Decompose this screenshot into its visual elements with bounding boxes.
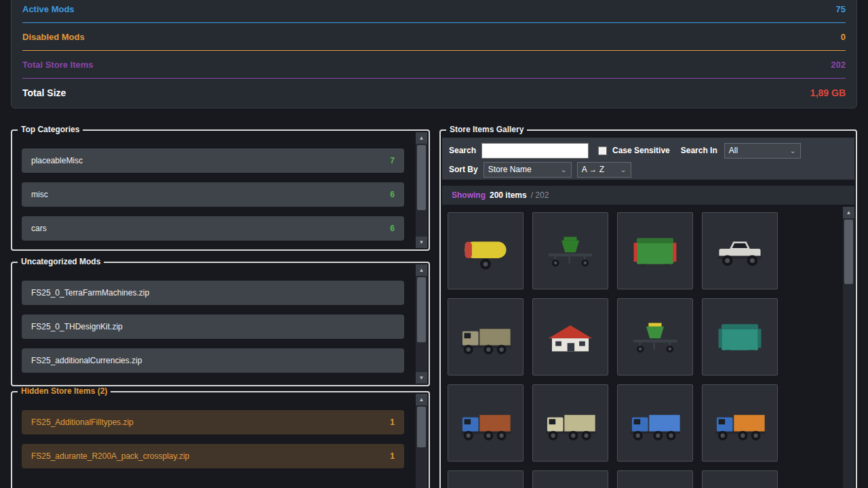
store-item-tile[interactable] xyxy=(532,298,608,375)
gallery-scrollbar[interactable]: ▲ xyxy=(843,207,854,488)
case-sensitive-label: Case Sensitive xyxy=(612,146,670,155)
sort-by-select[interactable]: Store Name ⌄ xyxy=(484,162,572,178)
store-item-tile[interactable] xyxy=(702,470,778,488)
arrow-down-icon: ▼ xyxy=(419,239,425,245)
category-name: misc xyxy=(31,190,48,199)
store-item-tile[interactable] xyxy=(532,470,608,488)
store-item-tile[interactable] xyxy=(617,298,693,375)
scroll-down-button[interactable]: ▼ xyxy=(416,372,427,384)
store-item-tile[interactable] xyxy=(448,212,524,289)
mod-stats-panel: Active Mods 75 Disabled Mods 0 Total Sto… xyxy=(11,0,857,108)
scrollbar-thumb[interactable] xyxy=(844,220,853,284)
arrow-up-icon: ▲ xyxy=(419,396,425,403)
showing-total: / 202 xyxy=(531,190,549,200)
mod-row[interactable]: FS25_0_TerraFarmMachines.zip xyxy=(22,281,404,305)
category-name: cars xyxy=(31,224,47,233)
stats-rows: Active Mods 75 Disabled Mods 0 Total Sto… xyxy=(22,0,846,79)
hidden-mod-row[interactable]: FS25_AdditionalFilltypes.zip 1 xyxy=(22,410,404,434)
mod-filename: FS25_0_THDesignKit.zip xyxy=(31,322,123,331)
uncategorized-scrollbar[interactable]: ▲ ▼ xyxy=(416,264,427,384)
top-categories-list: placeableMisc 7 misc 6 cars 6 xyxy=(12,131,429,249)
mod-row[interactable]: FS25_additionalCurrencies.zip xyxy=(22,348,404,373)
sort-row: Sort By Store Name ⌄ A → Z ⌄ xyxy=(442,159,854,180)
stat-label: Active Mods xyxy=(22,4,75,14)
store-item-tile[interactable] xyxy=(702,384,778,462)
sort-by-value: Store Name xyxy=(488,165,532,174)
store-item-tile[interactable] xyxy=(617,470,693,488)
arrow-up-icon: ▲ xyxy=(846,209,852,216)
store-item-thumbnail xyxy=(453,228,518,273)
search-in-select[interactable]: All ⌄ xyxy=(724,143,801,159)
scroll-up-button[interactable]: ▲ xyxy=(843,207,854,218)
stat-row: Total Store Items 202 xyxy=(22,51,846,79)
arrow-down-icon: ▼ xyxy=(419,375,425,381)
search-row: Search Case Sensitive Search In All ⌄ xyxy=(442,138,854,159)
stat-value: 202 xyxy=(831,60,846,70)
mod-row[interactable]: FS25_0_THDesignKit.zip xyxy=(22,314,404,339)
store-item-tile[interactable] xyxy=(448,384,524,462)
showing-label: Showing xyxy=(452,190,486,200)
store-items-gallery-box: Store Items Gallery Search Case Sensitiv… xyxy=(439,129,857,488)
hidden-mod-row[interactable]: FS25_adurante_R200A_pack_crossplay.zip 1 xyxy=(22,444,404,468)
hidden-items-scrollbar[interactable]: ▲ xyxy=(416,394,427,488)
store-item-tile[interactable] xyxy=(617,384,693,462)
category-row[interactable]: cars 6 xyxy=(22,216,404,241)
scroll-down-button[interactable]: ▼ xyxy=(416,237,427,248)
mod-filename: FS25_0_TerraFarmMachines.zip xyxy=(31,288,149,298)
search-input[interactable] xyxy=(481,143,589,159)
hidden-store-items-list: FS25_AdditionalFilltypes.zip 1 FS25_adur… xyxy=(12,392,429,488)
top-categories-box: Top Categories placeableMisc 7 misc 6 ca… xyxy=(11,129,430,251)
scroll-up-button[interactable]: ▲ xyxy=(416,394,427,405)
arrow-up-icon: ▲ xyxy=(419,267,425,273)
category-row[interactable]: placeableMisc 7 xyxy=(22,148,404,173)
sort-direction-select[interactable]: A → Z ⌄ xyxy=(577,162,631,178)
arrow-up-icon: ▲ xyxy=(419,135,425,141)
store-item-thumbnail xyxy=(707,228,772,273)
stat-row: Active Mods 75 xyxy=(22,0,846,23)
category-row[interactable]: misc 6 xyxy=(22,182,404,207)
stat-value: 0 xyxy=(841,32,846,42)
store-items-gallery-title: Store Items Gallery xyxy=(446,125,527,134)
chevron-down-icon: ⌄ xyxy=(620,166,626,174)
case-sensitive-checkbox[interactable] xyxy=(598,146,607,155)
category-name: placeableMisc xyxy=(31,156,83,165)
top-categories-scrollbar[interactable]: ▲ ▼ xyxy=(416,132,427,248)
hidden-mod-count: 1 xyxy=(390,418,395,427)
hidden-store-items-box: Hidden Store Items (2) FS25_AdditionalFi… xyxy=(11,391,430,488)
store-item-tile[interactable] xyxy=(702,298,778,375)
store-item-tile[interactable] xyxy=(532,384,608,462)
store-item-thumbnail xyxy=(538,228,603,273)
scroll-up-button[interactable]: ▲ xyxy=(416,132,427,144)
category-count: 7 xyxy=(390,156,395,165)
uncategorized-mods-box: Uncategorized Mods FS25_0_TerraFarmMachi… xyxy=(11,262,430,386)
store-item-thumbnail xyxy=(538,314,603,359)
category-count: 6 xyxy=(390,190,395,199)
stat-label: Total Store Items xyxy=(22,60,94,70)
store-item-thumbnail xyxy=(623,401,688,445)
store-item-tile[interactable] xyxy=(532,212,608,289)
total-size-label: Total Size xyxy=(22,87,66,98)
store-item-tile[interactable] xyxy=(617,212,693,289)
search-in-label: Search In xyxy=(681,146,717,155)
total-size-value: 1,89 GB xyxy=(810,87,846,98)
scrollbar-thumb[interactable] xyxy=(417,145,426,210)
search-label: Search xyxy=(449,146,476,155)
scrollbar-thumb[interactable] xyxy=(417,407,426,447)
store-item-tile[interactable] xyxy=(702,212,778,289)
showing-count: 200 items xyxy=(490,190,527,200)
store-item-tile[interactable] xyxy=(448,470,524,488)
hidden-mod-count: 1 xyxy=(390,451,395,461)
search-in-value: All xyxy=(729,146,738,155)
stat-value: 75 xyxy=(836,4,846,14)
scroll-up-button[interactable]: ▲ xyxy=(416,264,427,276)
chevron-down-icon: ⌄ xyxy=(790,147,796,155)
store-item-thumbnail xyxy=(707,314,772,359)
store-item-thumbnail xyxy=(623,314,688,359)
store-item-thumbnail xyxy=(623,228,688,273)
total-size-row: Total Size 1,89 GB xyxy=(22,79,846,106)
showing-status: Showing 200 items / 202 xyxy=(442,186,854,205)
store-item-thumbnail xyxy=(707,401,772,445)
store-item-thumbnail xyxy=(453,401,518,445)
store-item-tile[interactable] xyxy=(448,298,524,375)
scrollbar-thumb[interactable] xyxy=(417,277,426,342)
